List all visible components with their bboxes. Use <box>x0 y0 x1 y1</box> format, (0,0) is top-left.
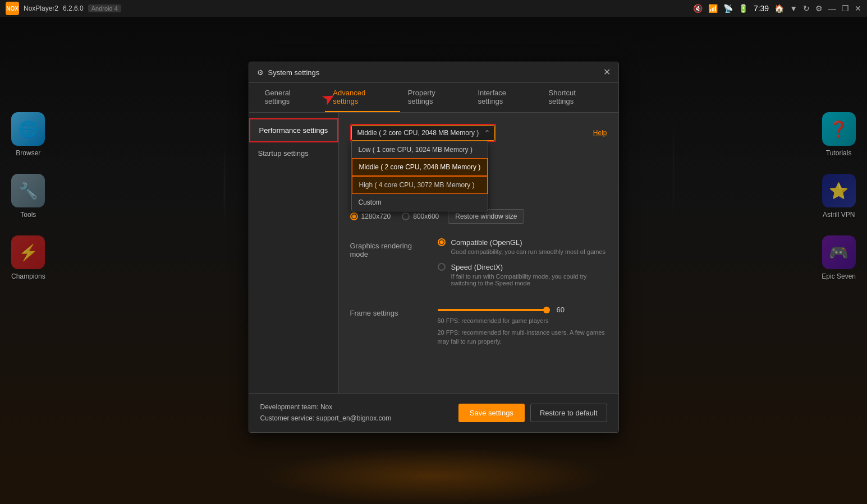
graphics-label: Graphics rendering mode <box>350 238 429 258</box>
fps-note-2: 20 FPS: recommended for multi-instance u… <box>438 328 607 346</box>
dropdown-option-custom[interactable]: Custom <box>352 194 488 211</box>
tab-property[interactable]: Property settings <box>400 83 470 112</box>
frame-content: 60 60 FPS: recommended for game players … <box>438 306 607 346</box>
restore-window-icon[interactable]: ❐ <box>842 4 849 13</box>
directx-text: Speed (DirectX) If fail to run with Comp… <box>451 263 607 286</box>
taskbar-right: 🔇 📶 📡 🔋 7:39 🏠 ▼ ↻ ⚙ — ❐ ✕ <box>693 4 861 13</box>
modal-overlay: ⚙ System settings ✕ General settings Adv… <box>0 17 867 504</box>
radio-opengl[interactable] <box>438 238 446 246</box>
tab-interface[interactable]: Interface settings <box>470 83 540 112</box>
resolution-radio-group: 1280x720 800x600 <box>350 212 439 220</box>
settings-dialog: ⚙ System settings ✕ General settings Adv… <box>249 62 619 433</box>
radio-800-circle <box>402 212 410 220</box>
fps-slider-container: 60 <box>438 306 607 314</box>
fps-value: 60 <box>557 306 565 314</box>
settings-icon: ⚙ <box>257 68 264 77</box>
dropdown-arrow-icon: ⌃ <box>484 129 490 137</box>
close-window-icon[interactable]: ✕ <box>855 4 861 13</box>
dev-team-value: Nox <box>320 403 332 411</box>
nox-logo: NOX <box>6 2 19 15</box>
resolution-1280[interactable]: 1280x720 <box>350 212 391 220</box>
wifi-icon: 📶 <box>708 4 718 13</box>
dialog-sidebar: Performance settings Startup settings ➤ <box>249 113 339 393</box>
sidebar-item-startup[interactable]: Startup settings <box>249 142 338 164</box>
performance-dropdown[interactable]: Middle ( 2 core CPU, 2048 MB Memory ) ⌃ <box>351 125 496 141</box>
radio-1280-label: 1280x720 <box>361 212 391 220</box>
frame-label: Frame settings <box>350 306 429 317</box>
customer-row: Customer service: support_en@bignox.com <box>260 413 392 424</box>
dropdown-option-low[interactable]: Low ( 1 core CPU, 1024 MB Memory ) <box>352 141 488 158</box>
tab-advanced[interactable]: Advanced settings <box>325 83 400 112</box>
desktop: NOX NoxPlayer2 6.2.6.0 Android 4 🔇 📶 📡 🔋… <box>0 0 867 504</box>
opengl-title: Compatible (OpenGL) <box>451 238 606 247</box>
battery-icon: 🔋 <box>738 4 748 13</box>
home-icon[interactable]: 🏠 <box>774 4 784 13</box>
help-link[interactable]: Help <box>593 129 607 137</box>
app-title: NoxPlayer2 <box>24 4 58 12</box>
footer-info: Development team: Nox Customer service: … <box>260 401 392 424</box>
restore-default-button[interactable]: Restore to default <box>530 404 607 422</box>
frame-row: Frame settings 60 60 FPS: recommended fo… <box>350 306 607 346</box>
radio-800-label: 800x600 <box>413 212 439 220</box>
fps-note-1: 60 FPS: recommended for game players <box>438 316 607 326</box>
dev-team-label: Development team: <box>260 403 319 411</box>
gear-icon[interactable]: ⚙ <box>815 4 823 13</box>
dialog-title-left: ⚙ System settings <box>257 68 320 77</box>
app-version: 6.2.6.0 <box>63 4 84 12</box>
graphics-directx-option: Speed (DirectX) If fail to run with Comp… <box>438 263 607 286</box>
fps-slider-thumb[interactable] <box>543 307 550 313</box>
dev-team-row: Development team: Nox <box>260 401 392 413</box>
signal-icon: 📡 <box>723 4 733 13</box>
radio-opengl-circle <box>438 238 446 246</box>
dialog-tabs: General settings Advanced settings Prope… <box>249 83 618 113</box>
performance-content: Middle ( 2 core CPU, 2048 MB Memory ) ⌃ … <box>350 124 584 227</box>
customer-label: Customer service: <box>260 414 315 422</box>
dialog-footer: Development team: Nox Customer service: … <box>249 393 618 432</box>
graphics-content: Compatible (OpenGL) Good compatibility, … <box>438 238 607 294</box>
dialog-titlebar: ⚙ System settings ✕ <box>249 62 618 83</box>
dialog-title: System settings <box>268 68 320 77</box>
tab-general[interactable]: General settings <box>257 83 325 112</box>
fps-slider-fill <box>438 309 550 311</box>
performance-row: Middle ( 2 core CPU, 2048 MB Memory ) ⌃ … <box>350 124 607 227</box>
dropdown-option-high[interactable]: High ( 4 core CPU, 3072 MB Memory ) <box>352 176 488 194</box>
minimize-window-icon[interactable]: — <box>828 4 836 13</box>
tab-shortcut[interactable]: Shortcut settings <box>541 83 611 112</box>
help-area: Help <box>593 124 607 137</box>
save-settings-button[interactable]: Save settings <box>458 404 525 422</box>
performance-dropdown-container: Middle ( 2 core CPU, 2048 MB Memory ) ⌃ … <box>350 124 497 142</box>
graphics-opengl-option: Compatible (OpenGL) Good compatibility, … <box>438 238 607 255</box>
radio-directx[interactable] <box>438 263 446 271</box>
radio-directx-circle <box>438 263 446 271</box>
directx-description: If fail to run with Compatibility mode, … <box>451 273 607 286</box>
mute-icon[interactable]: 🔇 <box>693 4 703 13</box>
graphics-row: Graphics rendering mode Compatible (Open… <box>350 238 607 294</box>
performance-dropdown-menu: Low ( 1 core CPU, 1024 MB Memory ) Middl… <box>351 141 489 211</box>
opengl-description: Good compatibility, you can run smoothly… <box>451 248 606 255</box>
taskbar-top: NOX NoxPlayer2 6.2.6.0 Android 4 🔇 📶 📡 🔋… <box>0 0 867 17</box>
dialog-close-button[interactable]: ✕ <box>603 68 611 77</box>
taskbar-left: NOX NoxPlayer2 6.2.6.0 Android 4 <box>6 2 121 15</box>
opengl-text: Compatible (OpenGL) Good compatibility, … <box>451 238 606 255</box>
android-badge: Android 4 <box>88 4 121 12</box>
time-display: 7:39 <box>754 4 769 13</box>
customer-value: support_en@bignox.com <box>316 414 392 422</box>
radio-1280-circle <box>350 212 358 220</box>
footer-buttons: Save settings Restore to default <box>458 404 607 422</box>
dropdown-icon[interactable]: ▼ <box>790 4 797 13</box>
resolution-800[interactable]: 800x600 <box>402 212 439 220</box>
directx-title: Speed (DirectX) <box>451 263 607 271</box>
fps-slider-track[interactable] <box>438 309 550 311</box>
refresh-icon[interactable]: ↻ <box>803 4 810 13</box>
dialog-main: Middle ( 2 core CPU, 2048 MB Memory ) ⌃ … <box>339 113 618 393</box>
sidebar-item-performance[interactable]: Performance settings <box>249 118 338 142</box>
dropdown-option-middle[interactable]: Middle ( 2 core CPU, 2048 MB Memory ) <box>352 158 488 176</box>
dialog-body: Performance settings Startup settings ➤ <box>249 113 618 393</box>
